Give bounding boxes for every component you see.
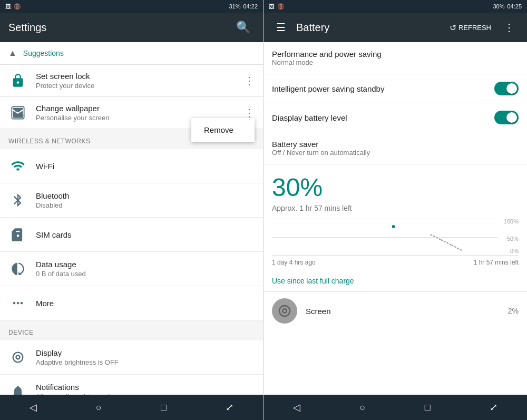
- display-battery-item[interactable]: Diasplay battery level: [264, 103, 527, 132]
- suggestion-screen-lock-text: Set screen lock Protect your device: [36, 72, 236, 90]
- battery-percent-display: 30%: [264, 164, 527, 204]
- battery-saver-value: Off / Never turn on automatically: [272, 149, 370, 157]
- screen-usage-percent: 2%: [508, 307, 519, 315]
- battery-saver-text: Battery saver Off / Never turn on automa…: [272, 140, 370, 157]
- left-status-right: 31% 04:22: [229, 3, 258, 9]
- battery-app-bar: ☰ Battery ↺ REFRESH ⋮: [264, 13, 527, 42]
- suggestion-wallpaper-title: Change wallpaper: [36, 104, 236, 113]
- remove-option[interactable]: Remove: [191, 118, 255, 142]
- battery-time-left: Approx. 1 hr 57 mins left: [264, 204, 527, 219]
- intelligent-power-item[interactable]: Intelligent power saving standby: [264, 74, 527, 103]
- device-section-header: Device: [0, 320, 263, 340]
- right-back-button[interactable]: ◁: [282, 397, 311, 417]
- data-usage-item[interactable]: Data usage 0 B of data used: [0, 252, 263, 286]
- battery-percent-right: 30%: [493, 3, 504, 9]
- right-expand-button[interactable]: ⤢: [479, 397, 508, 417]
- more-horiz-icon: [8, 294, 27, 312]
- time-left: 04:22: [243, 3, 258, 9]
- left-status-bar: 🖼 📵 31% 04:22: [0, 0, 263, 13]
- gallery-icon-right: 🖼: [269, 3, 275, 9]
- suggestion-screen-lock-subtitle: Protect your device: [36, 82, 236, 90]
- performance-text: Performance and power saving Normal mode: [272, 50, 382, 66]
- screen-usage-label: Screen: [306, 307, 500, 316]
- display-icon: [8, 348, 27, 367]
- battery-saver-item[interactable]: Battery saver Off / Never turn on automa…: [264, 132, 527, 164]
- graph-time-end: 1 hr 57 mins left: [474, 259, 519, 266]
- wallpaper-more-icon[interactable]: ⋮: [244, 106, 255, 119]
- network-off-icon: 📵: [277, 3, 285, 10]
- wifi-item[interactable]: Wi-Fi: [0, 149, 263, 183]
- intelligent-power-label: Intelligent power saving standby: [272, 84, 384, 93]
- bluetooth-text: Bluetooth Disabled: [36, 191, 255, 209]
- svg-line-3: [431, 235, 441, 240]
- bluetooth-item[interactable]: Bluetooth Disabled: [0, 183, 263, 218]
- svg-line-4: [441, 240, 452, 245]
- gallery-icon: 🖼: [5, 3, 11, 9]
- performance-label: Performance and power saving: [272, 50, 382, 58]
- menu-icon[interactable]: ☰: [272, 17, 290, 38]
- use-since-link[interactable]: Use since last full charge: [264, 270, 527, 291]
- graph-50-label: 50%: [507, 236, 519, 242]
- battery-title: Battery: [296, 22, 443, 34]
- data-usage-subtitle: 0 B of data used: [36, 270, 255, 278]
- chevron-up-icon: ▲: [8, 48, 17, 58]
- wifi-title: Wi-Fi: [36, 162, 255, 171]
- right-recent-button[interactable]: □: [414, 398, 441, 417]
- data-usage-text: Data usage 0 B of data used: [36, 260, 255, 278]
- screen-usage-item[interactable]: Screen 2%: [264, 291, 527, 330]
- graph-time-labels: 1 day 4 hrs ago 1 hr 57 mins left: [272, 256, 519, 270]
- left-status-left: 🖼 📵: [5, 3, 21, 10]
- screen-lock-more-icon[interactable]: ⋮: [244, 74, 255, 87]
- graph-time-start: 1 day 4 hrs ago: [272, 259, 316, 266]
- svg-point-1: [15, 110, 17, 112]
- more-title: More: [36, 299, 255, 308]
- more-vert-icon[interactable]: ⋮: [500, 17, 519, 38]
- display-subtitle: Adaptive brightness is OFF: [36, 358, 255, 366]
- battery-panel: 🖼 📵 30% 04:25 ☰ Battery ↺ REFRESH ⋮ Per: [264, 0, 527, 420]
- time-right: 04:25: [507, 3, 522, 9]
- network-icon: 📵: [14, 3, 21, 10]
- sim-text: SIM cards: [36, 230, 255, 239]
- graph-100-label: 100%: [504, 219, 519, 224]
- back-button[interactable]: ◁: [19, 397, 47, 417]
- suggestion-screen-lock[interactable]: Set screen lock Protect your device ⋮: [0, 65, 263, 97]
- settings-content: ▲ Suggestions Set screen lock Protect yo…: [0, 42, 263, 395]
- display-text: Display Adaptive brightness is OFF: [36, 348, 255, 366]
- right-status-bar: 🖼 📵 30% 04:25: [264, 0, 527, 13]
- bell-icon: [8, 382, 27, 395]
- suggestions-header[interactable]: ▲ Suggestions: [0, 42, 263, 65]
- battery-content: Performance and power saving Normal mode…: [264, 42, 527, 395]
- right-status-right: 30% 04:25: [493, 3, 522, 9]
- more-text: More: [36, 299, 255, 308]
- sim-item[interactable]: SIM cards: [0, 218, 263, 252]
- home-button[interactable]: ○: [85, 398, 112, 417]
- screen-icon: [272, 298, 297, 324]
- expand-button[interactable]: ⤢: [215, 397, 244, 417]
- bluetooth-icon: [8, 191, 27, 210]
- intelligent-power-toggle[interactable]: [494, 82, 519, 95]
- more-item[interactable]: More: [0, 286, 263, 320]
- settings-title: Settings: [8, 22, 232, 34]
- display-battery-label: Diasplay battery level: [272, 113, 347, 122]
- refresh-icon: ↺: [450, 23, 456, 33]
- battery-percent-left: 31%: [229, 3, 240, 9]
- sim-title: SIM cards: [36, 230, 255, 239]
- notifications-item[interactable]: Notifications All apps allowed to send: [0, 375, 263, 395]
- performance-item[interactable]: Performance and power saving Normal mode: [264, 42, 527, 74]
- refresh-button[interactable]: ↺ REFRESH: [450, 23, 491, 33]
- search-icon[interactable]: 🔍: [232, 16, 255, 38]
- lock-icon: [8, 71, 27, 90]
- right-home-button[interactable]: ○: [349, 398, 376, 417]
- display-title: Display: [36, 348, 255, 357]
- sim-icon: [8, 225, 27, 244]
- wallpaper-icon: [8, 103, 27, 122]
- svg-line-5: [452, 245, 462, 250]
- performance-value: Normal mode: [272, 58, 382, 66]
- suggestion-screen-lock-title: Set screen lock: [36, 72, 236, 81]
- display-battery-toggle[interactable]: [494, 111, 519, 124]
- display-item[interactable]: Display Adaptive brightness is OFF: [0, 340, 263, 375]
- suggestion-wallpaper[interactable]: Change wallpaper Personalise your screen…: [0, 97, 263, 129]
- notifications-title: Notifications: [36, 383, 255, 392]
- settings-app-bar: Settings 🔍: [0, 13, 263, 42]
- recent-button[interactable]: □: [150, 398, 177, 417]
